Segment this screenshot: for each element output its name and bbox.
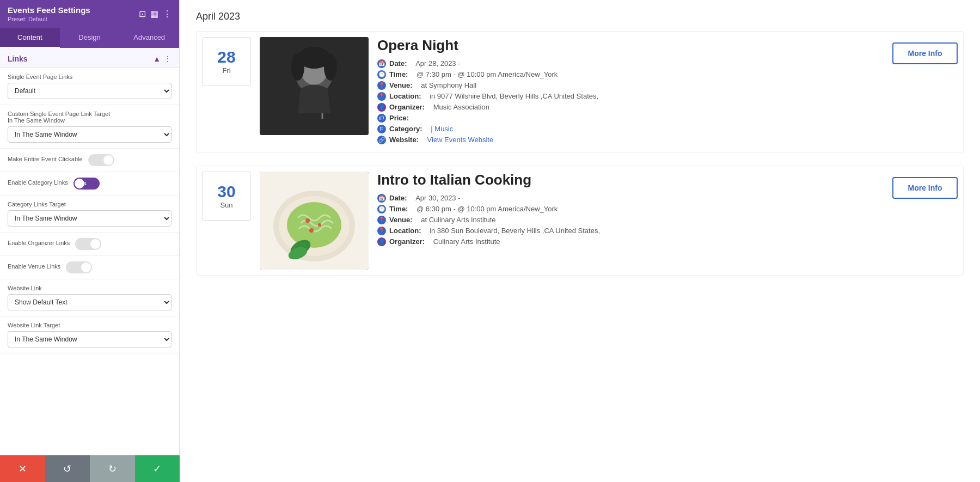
website-link-target-select[interactable]: In The Same Window In A New Window xyxy=(8,331,171,347)
event-date-box: 28 Fri xyxy=(202,37,251,86)
panel-title: Events Feed Settings xyxy=(8,5,90,15)
svg-point-16 xyxy=(309,228,314,233)
redo-button[interactable]: ↻ xyxy=(90,455,135,482)
event-main: Opera Night 📅 Date: Apr 28, 2023 - 🕐 Tim… xyxy=(377,37,958,147)
enable-category-links-row: Enable Category Links YES xyxy=(0,172,179,196)
category-links-target-label: Category Links Target xyxy=(8,201,171,208)
price-meta: 🏷 Price: xyxy=(377,114,884,123)
category-link[interactable]: | Music xyxy=(431,125,453,133)
category-meta: 🏳 Category: | Music xyxy=(377,125,884,133)
make-entire-event-toggle[interactable]: NO xyxy=(88,154,114,166)
category-icon: 🏳 xyxy=(377,125,386,133)
enable-venue-links-label: Enable Venue Links xyxy=(8,263,60,270)
make-entire-event-row: Make Entire Event Clickable NO xyxy=(0,149,179,172)
clock-icon: 🕐 xyxy=(377,70,386,79)
date-meta: 📅 Date: Apr 28, 2023 - xyxy=(377,59,884,68)
event-details: Opera Night 📅 Date: Apr 28, 2023 - 🕐 Tim… xyxy=(377,37,884,147)
custom-link-target-select[interactable]: In The Same Window In A New Window xyxy=(8,126,171,143)
enable-venue-links-toggle[interactable]: NO xyxy=(66,261,92,273)
event-image xyxy=(260,172,369,270)
month-label: April 2023 xyxy=(196,11,964,22)
undo-button[interactable]: ↺ xyxy=(45,455,90,482)
events-preview: April 2023 28 Fri xyxy=(180,0,980,482)
enable-venue-links-row: Enable Venue Links NO xyxy=(0,256,179,279)
svg-point-8 xyxy=(324,53,337,81)
tab-content[interactable]: Content xyxy=(0,28,60,48)
custom-link-target-label: Custom Single Event Page Link Target In … xyxy=(8,111,171,124)
location-icon: 📍 xyxy=(377,92,386,101)
venue-meta: 📍 Venue: at Culinary Arts Institute xyxy=(377,216,884,224)
panel-preset[interactable]: Preset: Default xyxy=(8,16,90,22)
time-meta: 🕐 Time: @ 7:30 pm - @ 10:00 pm America/N… xyxy=(377,70,884,79)
website-icon: 🔗 xyxy=(377,136,386,144)
panel-header: Events Feed Settings Preset: Default ⊡ ▦… xyxy=(0,0,179,28)
category-links-target-select[interactable]: In The Same Window In A New Window xyxy=(8,210,171,227)
organizer-meta: 👤 Organizer: Culinary Arts Institute xyxy=(377,237,884,246)
enable-category-links-toggle[interactable]: YES xyxy=(74,178,100,190)
website-link-target-field: Website Link Target In The Same Window I… xyxy=(0,316,179,353)
event-row: 28 Fri Opera Night xyxy=(196,31,964,152)
layout-icon[interactable]: ▦ xyxy=(150,9,158,19)
event-date-num: 30 xyxy=(217,184,235,200)
svg-point-14 xyxy=(305,218,310,223)
enable-organizer-links-row: Enable Organizer Links NO xyxy=(0,233,179,256)
more-info-button[interactable]: More Info xyxy=(892,42,958,64)
location-icon: 📍 xyxy=(377,227,386,235)
section-header-icons: ▲ ⋮ xyxy=(153,54,171,63)
tab-design[interactable]: Design xyxy=(60,28,120,48)
single-event-links-label: Single Event Page Links xyxy=(8,74,171,80)
event-image xyxy=(260,37,369,135)
more-options-icon[interactable]: ⋮ xyxy=(163,9,171,19)
custom-link-target-field: Custom Single Event Page Link Target In … xyxy=(0,105,179,149)
website-link-field: Website Link Show Default Text Hide Cust… xyxy=(0,279,179,316)
more-info-button[interactable]: More Info xyxy=(892,177,958,199)
organizer-meta: 👤 Organizer: Music Association xyxy=(377,103,884,112)
calendar-icon: 📅 xyxy=(377,59,386,68)
time-meta: 🕐 Time: @ 6:30 pm - @ 10:00 pm America/N… xyxy=(377,205,884,213)
links-section-title: Links xyxy=(8,54,28,63)
website-link-target-label: Website Link Target xyxy=(8,322,171,328)
website-link[interactable]: View Events Website xyxy=(427,136,494,144)
event-details: Intro to Italian Cooking 📅 Date: Apr 30,… xyxy=(377,172,884,248)
svg-point-7 xyxy=(291,53,304,81)
clock-icon: 🕐 xyxy=(377,205,386,213)
tab-advanced[interactable]: Advanced xyxy=(119,28,179,48)
organizer-icon: 👤 xyxy=(377,237,386,246)
price-icon: 🏷 xyxy=(377,114,386,123)
enable-organizer-links-toggle[interactable]: NO xyxy=(75,238,101,250)
event-date-box: 30 Sun xyxy=(202,172,251,221)
event-row: 30 Sun xyxy=(196,166,964,276)
panel-tabs: Content Design Advanced xyxy=(0,28,179,48)
category-links-target-field: Category Links Target In The Same Window… xyxy=(0,196,179,233)
panel-header-icons: ⊡ ▦ ⋮ xyxy=(139,9,171,19)
enable-category-links-label: Enable Category Links xyxy=(8,179,68,186)
section-more-icon[interactable]: ⋮ xyxy=(164,54,171,63)
venue-icon: 📍 xyxy=(377,81,386,90)
expand-icon[interactable]: ⊡ xyxy=(139,9,146,19)
single-event-links-select[interactable]: Default xyxy=(8,83,171,99)
venue-meta: 📍 Venue: at Symphony Hall xyxy=(377,81,884,90)
website-link-label: Website Link xyxy=(8,285,171,291)
panel-body: Links ▲ ⋮ Single Event Page Links Defaul… xyxy=(0,48,179,482)
event-date-day: Fri xyxy=(222,66,230,75)
make-entire-event-label: Make Entire Event Clickable xyxy=(8,156,83,162)
settings-panel: Events Feed Settings Preset: Default ⊡ ▦… xyxy=(0,0,180,482)
date-meta: 📅 Date: Apr 30, 2023 - xyxy=(377,194,884,203)
enable-organizer-links-label: Enable Organizer Links xyxy=(8,240,70,246)
save-button[interactable]: ✓ xyxy=(135,455,180,482)
event-main: Intro to Italian Cooking 📅 Date: Apr 30,… xyxy=(377,172,958,248)
cancel-button[interactable]: ✕ xyxy=(0,455,45,482)
links-section-header: Links ▲ ⋮ xyxy=(0,48,179,68)
event-date-day: Sun xyxy=(220,201,232,209)
event-date-num: 28 xyxy=(217,49,235,65)
calendar-icon: 📅 xyxy=(377,194,386,203)
venue-icon: 📍 xyxy=(377,216,386,224)
event-title: Opera Night xyxy=(377,37,884,54)
location-meta: 📍 Location: in 380 Sun Boulevard, Beverl… xyxy=(377,227,884,235)
event-title: Intro to Italian Cooking xyxy=(377,172,884,188)
svg-point-15 xyxy=(318,223,321,227)
collapse-icon[interactable]: ▲ xyxy=(153,54,161,63)
website-link-select[interactable]: Show Default Text Hide Custom Text xyxy=(8,294,171,310)
location-meta: 📍 Location: in 9077 Wilshire Blvd, Bever… xyxy=(377,92,884,101)
website-meta: 🔗 Website: View Events Website xyxy=(377,136,884,144)
